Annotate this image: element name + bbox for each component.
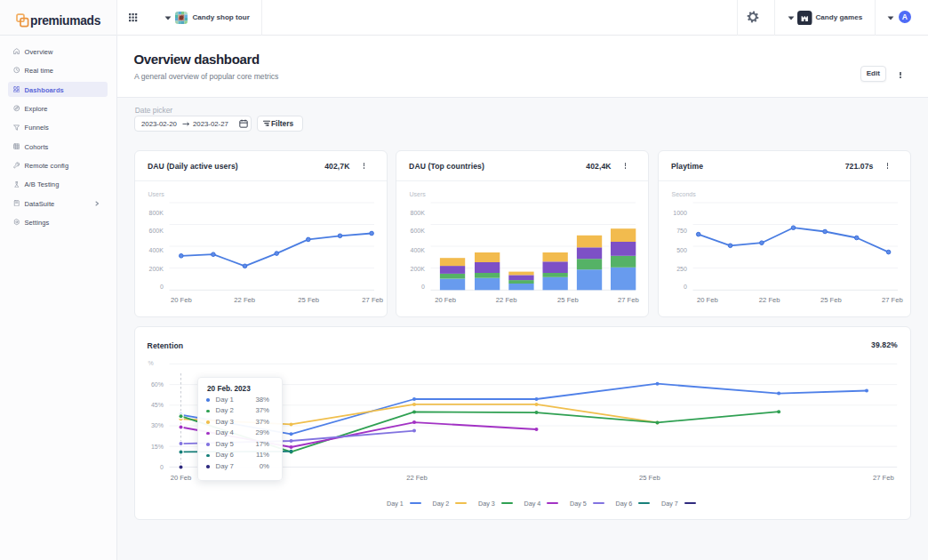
- svg-text:0: 0: [159, 284, 163, 290]
- svg-text:27 Feb: 27 Feb: [618, 296, 639, 304]
- svg-text:25 Feb: 25 Feb: [557, 296, 579, 304]
- svg-text:500: 500: [676, 247, 687, 253]
- svg-text:600K: 600K: [410, 228, 425, 234]
- svg-text:200K: 200K: [148, 266, 164, 272]
- svg-text:25 Feb: 25 Feb: [639, 474, 660, 482]
- svg-text:800K: 800K: [410, 210, 425, 216]
- svg-text:400K: 400K: [148, 247, 164, 253]
- svg-text:Users: Users: [409, 191, 426, 197]
- svg-text:600K: 600K: [148, 228, 164, 234]
- svg-text:20 Feb: 20 Feb: [435, 296, 456, 304]
- svg-text:60%: 60%: [150, 381, 163, 388]
- svg-text:22 Feb: 22 Feb: [495, 296, 516, 304]
- svg-text:27 Feb: 27 Feb: [872, 474, 893, 482]
- svg-text:250: 250: [676, 266, 687, 272]
- svg-text:27 Feb: 27 Feb: [362, 296, 383, 304]
- svg-text:20 Feb: 20 Feb: [170, 474, 191, 482]
- svg-text:1000: 1000: [673, 210, 687, 216]
- svg-text:22 Feb: 22 Feb: [406, 474, 428, 482]
- svg-text:0: 0: [683, 284, 686, 290]
- svg-text:800K: 800K: [148, 210, 164, 216]
- svg-text:15%: 15%: [150, 444, 163, 450]
- svg-text:20 Feb: 20 Feb: [697, 296, 718, 304]
- svg-text:Seconds: Seconds: [671, 191, 696, 197]
- svg-text:20 Feb: 20 Feb: [170, 296, 191, 304]
- svg-text:750: 750: [676, 228, 687, 234]
- svg-text:Users: Users: [148, 191, 164, 197]
- svg-text:400K: 400K: [410, 247, 425, 253]
- svg-text:22 Feb: 22 Feb: [234, 296, 255, 304]
- svg-text:22 Feb: 22 Feb: [758, 296, 780, 304]
- svg-text:25 Feb: 25 Feb: [298, 296, 319, 304]
- svg-text:27 Feb: 27 Feb: [882, 296, 903, 304]
- svg-text:0: 0: [421, 284, 425, 290]
- svg-text:30%: 30%: [150, 422, 163, 428]
- svg-text:25 Feb: 25 Feb: [820, 296, 842, 304]
- svg-text:0: 0: [159, 464, 163, 470]
- svg-text:45%: 45%: [150, 402, 163, 408]
- svg-text:%: %: [148, 360, 153, 366]
- svg-text:200K: 200K: [410, 266, 425, 272]
